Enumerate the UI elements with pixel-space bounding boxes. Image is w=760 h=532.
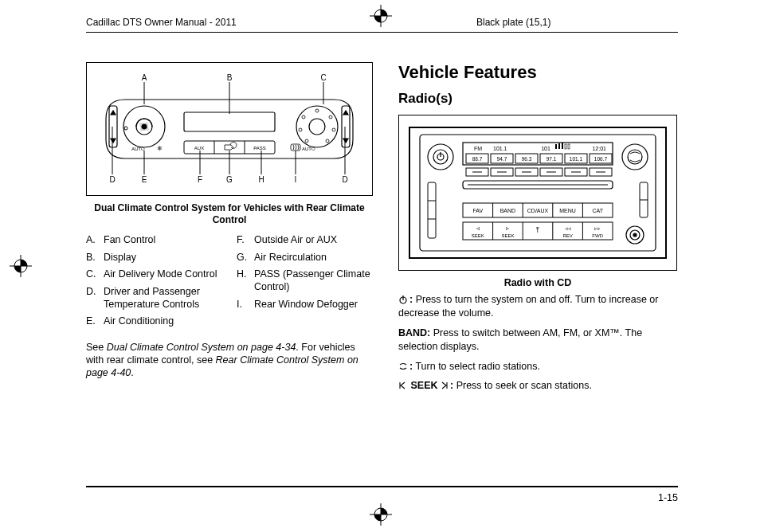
svg-text:◃◃: ◃◃ xyxy=(565,225,571,231)
svg-text:MENU: MENU xyxy=(559,208,576,213)
svg-rect-71 xyxy=(558,143,560,149)
svg-text:◃: ◃ xyxy=(476,225,480,232)
climate-legend: A.Fan ControlB.DisplayC.Air Delivery Mod… xyxy=(86,234,373,333)
svg-text:97.1: 97.1 xyxy=(546,156,557,162)
svg-text:D: D xyxy=(342,175,347,184)
svg-text:88.7: 88.7 xyxy=(472,156,483,162)
registration-mark-top xyxy=(370,5,392,27)
header-left: Cadillac DTS Owner Manual - 2011 xyxy=(86,17,237,28)
svg-text:CD/AUX: CD/AUX xyxy=(527,208,549,213)
svg-text:96.3: 96.3 xyxy=(522,156,532,162)
radio-caption: Radio with CD xyxy=(398,277,677,288)
seek-back-icon xyxy=(398,381,406,390)
svg-text:I: I xyxy=(295,175,297,184)
legend-item: I.Rear Window Defogger xyxy=(237,299,373,311)
svg-text:94.7: 94.7 xyxy=(497,156,507,162)
svg-text:▹▹: ▹▹ xyxy=(594,225,601,231)
svg-text:⤒: ⤒ xyxy=(535,226,541,234)
svg-text:12:01: 12:01 xyxy=(592,146,606,151)
header-rule xyxy=(86,32,678,33)
svg-rect-124 xyxy=(428,182,436,238)
climate-caption: Dual Climate Control System for Vehicles… xyxy=(91,202,368,226)
svg-text:D: D xyxy=(109,175,115,184)
svg-text:F: F xyxy=(198,175,202,184)
svg-text:SEEK: SEEK xyxy=(472,233,484,238)
legend-item: A.Fan Control xyxy=(86,234,222,247)
svg-rect-43 xyxy=(184,112,275,131)
footer-rule xyxy=(86,486,678,487)
svg-rect-70 xyxy=(555,144,557,149)
svg-rect-72 xyxy=(562,143,563,149)
registration-mark-left xyxy=(10,255,32,277)
subsection-title: Radio(s) xyxy=(398,91,677,107)
seek-fwd-icon xyxy=(441,381,449,390)
svg-point-53 xyxy=(124,127,127,130)
svg-text:FM: FM xyxy=(474,146,482,151)
legend-item: E.Air Conditioning xyxy=(86,315,222,328)
svg-text:101: 101 xyxy=(541,146,550,151)
svg-point-37 xyxy=(326,139,329,143)
svg-text:106.7: 106.7 xyxy=(594,156,608,162)
svg-text:E: E xyxy=(142,175,147,184)
svg-point-63 xyxy=(633,233,637,237)
svg-text:C: C xyxy=(320,73,326,82)
climate-paragraph: See Dual Climate Control System on page … xyxy=(86,341,373,380)
svg-point-38 xyxy=(305,139,308,143)
svg-text:AUTO: AUTO xyxy=(302,147,315,151)
legend-item: H.PASS (Passenger Climate Control) xyxy=(237,268,373,293)
seek-desc: SEEK : Press to seek or scan stations. xyxy=(398,379,677,393)
svg-text:FAV: FAV xyxy=(472,208,483,213)
svg-point-40 xyxy=(302,115,305,119)
legend-item: B.Display xyxy=(86,252,222,264)
svg-text:B: B xyxy=(227,73,233,82)
svg-point-59 xyxy=(622,144,648,170)
legend-item: C.Air Delivery Mode Control xyxy=(86,268,222,281)
svg-text:▹: ▹ xyxy=(506,225,509,232)
band-desc: BAND: Press to switch between AM, FM, or… xyxy=(398,327,677,354)
svg-point-34 xyxy=(315,109,319,112)
legend-item: G.Air Recirculation xyxy=(237,252,373,264)
tune-icon xyxy=(398,362,408,371)
tune-desc: : Turn to select radio stations. xyxy=(398,360,677,374)
svg-text:101.1: 101.1 xyxy=(570,156,583,162)
svg-text:A: A xyxy=(142,73,147,82)
power-desc: : Press to turn the system on and off. T… xyxy=(398,293,677,320)
svg-text:AUX: AUX xyxy=(194,146,204,151)
svg-text:101.1: 101.1 xyxy=(493,146,507,151)
svg-point-35 xyxy=(329,115,332,119)
radio-figure: FM 101.1 101 12:01 88.794.796.397.1101.1… xyxy=(398,115,677,271)
legend-item: D.Driver and Passenger Temperature Contr… xyxy=(86,286,222,311)
legend-item: F.Outside Air or AUX xyxy=(237,234,373,247)
svg-text:BAND: BAND xyxy=(500,208,515,213)
svg-rect-74 xyxy=(568,144,570,149)
svg-text:AUTO: AUTO xyxy=(131,147,145,151)
svg-text:REV: REV xyxy=(562,233,572,238)
header-right: Black plate (15,1) xyxy=(476,17,550,28)
svg-text:H: H xyxy=(258,175,264,184)
page-number: 1-15 xyxy=(658,492,678,503)
section-title: Vehicle Features xyxy=(398,62,677,83)
climate-figure: A B C D E F G H I D xyxy=(86,62,373,196)
svg-text:PASS: PASS xyxy=(253,146,266,151)
svg-text:FWD: FWD xyxy=(592,233,603,238)
svg-text:CAT: CAT xyxy=(592,208,603,213)
svg-text:G: G xyxy=(226,175,233,184)
svg-text:SEEK: SEEK xyxy=(501,233,514,238)
svg-point-36 xyxy=(332,128,335,131)
power-icon xyxy=(398,295,408,304)
svg-rect-73 xyxy=(565,144,566,149)
svg-point-39 xyxy=(299,128,302,131)
svg-text:❄: ❄ xyxy=(157,145,163,152)
registration-mark-bottom xyxy=(370,503,392,526)
svg-point-33 xyxy=(309,119,325,135)
